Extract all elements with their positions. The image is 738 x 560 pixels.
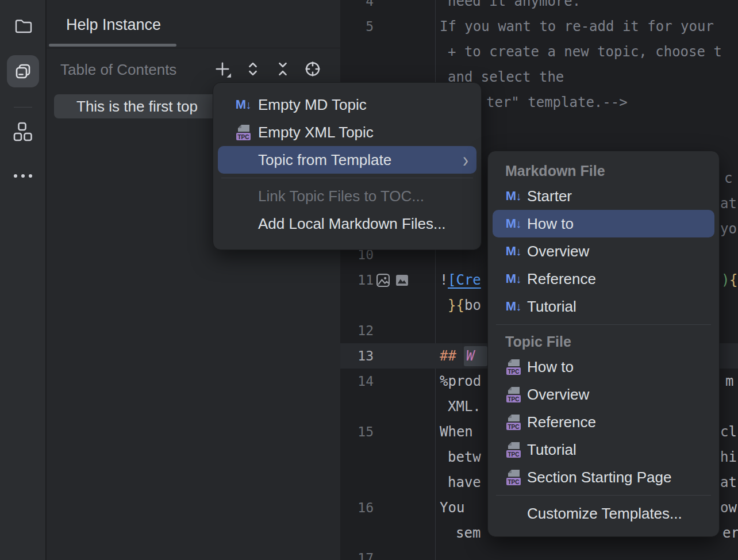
code-text: his: [720, 444, 738, 470]
editor-row: 4 need it anymore.: [340, 0, 738, 14]
code-text: m: [725, 369, 733, 394]
menu-item-label: Section Starting Page: [527, 469, 672, 486]
line-number: 12: [340, 318, 374, 343]
collapse-all-icon: [274, 60, 291, 78]
activity-bar-divider: [14, 107, 32, 108]
submenu-item-md-starter[interactable]: M↓ Starter: [493, 182, 714, 210]
ide-window: 4 need it anymore. 5 If you want to re-a…: [0, 0, 738, 560]
menu-separator: [496, 324, 711, 325]
submenu-item-md-how-to[interactable]: M↓ How to: [493, 210, 714, 237]
pages-copy-icon: [13, 62, 33, 81]
submenu-item-customize-templates[interactable]: Customize Templates...: [493, 500, 714, 527]
menu-item-empty-md-topic[interactable]: M↓ Empty MD Topic: [218, 91, 476, 118]
line-number: 11: [340, 267, 374, 293]
menu-item-empty-xml-topic[interactable]: TPC Empty XML Topic: [218, 118, 476, 146]
menu-item-label: Add Local Markdown Files...: [258, 215, 446, 233]
svg-text:TPC: TPC: [508, 479, 519, 485]
submenu-item-tpc-overview[interactable]: TPC Overview: [493, 381, 714, 408]
code-text: sem: [456, 520, 481, 546]
expand-all-button[interactable]: [243, 59, 263, 79]
svg-text:TPC: TPC: [508, 369, 519, 375]
editor-row: 17: [340, 546, 738, 560]
svg-text:TPC: TPC: [237, 134, 249, 140]
structure-tool-button[interactable]: [7, 116, 39, 148]
line-number: 13: [340, 343, 374, 369]
toc-tree-item-label: This is the first top: [76, 98, 198, 116]
menu-item-label: Empty XML Topic: [258, 124, 374, 141]
code-heading-text: W: [466, 343, 474, 369]
plus-dropdown-icon: [213, 60, 232, 78]
markdown-file-icon: M↓: [505, 270, 521, 288]
toc-tool-button[interactable]: [7, 55, 39, 87]
folder-icon: [14, 17, 32, 35]
more-dots-icon: [13, 173, 33, 179]
submenu-chevron-icon: ›: [463, 149, 468, 171]
menu-item-add-local-markdown[interactable]: Add Local Markdown Files...: [218, 210, 476, 237]
project-tool-button[interactable]: [7, 10, 39, 42]
topic-file-icon: TPC: [235, 123, 251, 141]
code-heading-marker: ##: [440, 343, 456, 369]
structure-icon: [13, 122, 33, 143]
code-text: at: [720, 191, 737, 216]
submenu-item-md-overview[interactable]: M↓ Overview: [493, 237, 714, 265]
image-filled-gutter-icon[interactable]: [396, 275, 408, 286]
submenu-item-tpc-how-to[interactable]: TPC How to: [493, 353, 714, 381]
topic-file-icon: TPC: [505, 358, 521, 376]
code-text: ter" template.-->: [486, 90, 628, 115]
code-text: c: [724, 166, 732, 191]
image-outline-gutter-icon[interactable]: [376, 273, 390, 287]
code-text: cl: [720, 419, 737, 444]
menu-item-label: How to: [527, 215, 574, 233]
empty-icon-slot: [235, 214, 251, 233]
locate-opened-file-button[interactable]: [302, 59, 323, 79]
code-text: + to create a new topic, choose t: [448, 39, 722, 64]
markdown-file-icon: M↓: [505, 242, 521, 260]
menu-item-label: Link Topic Files to TOC...: [258, 187, 424, 205]
topic-file-icon: TPC: [505, 440, 521, 459]
submenu-item-tpc-tutorial[interactable]: TPC Tutorial: [493, 436, 714, 463]
code-text: ow: [720, 495, 737, 520]
menu-item-label: Tutorial: [527, 298, 576, 316]
empty-icon-slot: [235, 151, 251, 169]
topic-template-submenu: Markdown File M↓ Starter M↓ How to M↓ Ov…: [487, 151, 720, 537]
code-text: {: [729, 267, 737, 293]
menu-item-label: Tutorial: [527, 441, 576, 459]
menu-separator: [496, 495, 711, 496]
collapse-all-button[interactable]: [272, 59, 293, 79]
menu-item-link-topic-files[interactable]: Link Topic Files to TOC...: [218, 182, 476, 210]
markdown-file-icon: M↓: [235, 95, 251, 114]
line-number: 14: [340, 369, 374, 394]
code-text: !: [440, 267, 448, 293]
menu-item-label: Overview: [527, 243, 589, 260]
submenu-section-markdown-file: Markdown File: [488, 159, 719, 182]
code-text: %prod: [440, 369, 481, 394]
editor-row: + to create a new topic, choose t: [340, 39, 738, 64]
topic-file-icon: TPC: [505, 413, 521, 431]
submenu-item-tpc-section-starting-page[interactable]: TPC Section Starting Page: [493, 463, 714, 491]
more-tools-button[interactable]: [7, 160, 39, 192]
submenu-item-md-tutorial[interactable]: M↓ Tutorial: [493, 293, 714, 320]
code-text: You: [440, 495, 464, 520]
code-text: ): [721, 267, 729, 293]
active-tab-indicator: [49, 44, 176, 47]
tool-window-header: Help Instance: [47, 0, 340, 48]
menu-item-topic-from-template[interactable]: Topic from Template ›: [218, 146, 476, 174]
submenu-item-tpc-reference[interactable]: TPC Reference: [493, 408, 714, 436]
menu-item-label: Customize Templates...: [527, 505, 682, 523]
add-topic-context-menu: M↓ Empty MD Topic TPC Empty XML Topic To…: [213, 82, 482, 250]
empty-icon-slot: [235, 187, 251, 205]
topic-file-icon: TPC: [505, 385, 521, 404]
code-link-text[interactable]: [Cre: [448, 267, 481, 293]
submenu-item-md-reference[interactable]: M↓ Reference: [493, 265, 714, 293]
add-topic-button[interactable]: [212, 59, 233, 79]
code-text: When: [440, 419, 473, 444]
code-text: If you want to re-add it for your: [440, 14, 714, 39]
menu-item-label: Topic from Template: [258, 151, 391, 169]
line-number: 17: [340, 546, 374, 560]
tab-help-instance[interactable]: Help Instance: [66, 16, 161, 34]
markdown-file-icon: M↓: [505, 187, 521, 205]
submenu-section-topic-file: Topic File: [488, 330, 719, 353]
code-text: er: [722, 520, 738, 546]
menu-item-label: How to: [527, 358, 574, 376]
markdown-file-icon: M↓: [505, 214, 521, 233]
